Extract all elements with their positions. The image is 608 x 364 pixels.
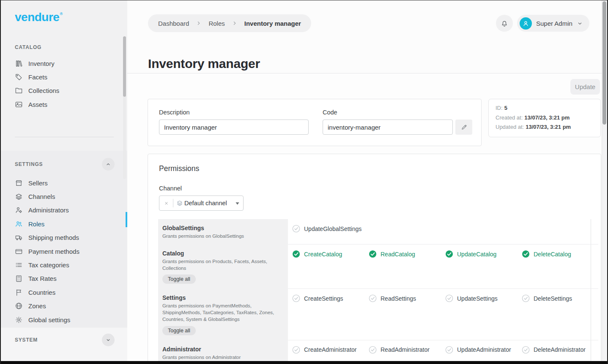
meta-row: Updated at:13/07/23, 3:21 pm [496, 124, 594, 130]
permission-label: DeleteCatalog [534, 251, 571, 258]
unchecked-checkbox-icon [292, 225, 300, 233]
sidebar-item-administrators[interactable]: Administrators [15, 204, 115, 217]
channel-value: Default channel [184, 200, 227, 206]
sidebar-item-tax-categories[interactable]: Tax categories [15, 258, 115, 272]
permission-label: DeleteAdministrator [534, 346, 586, 353]
sidebar-item-roles[interactable]: Roles [15, 217, 115, 231]
permission-label: ReadCatalog [381, 251, 415, 258]
permission-group-row: SettingsGrants permissions on PaymentMet… [158, 289, 591, 340]
app-window: vendure® CATALOG InventoryFacetsCollecti… [0, 0, 608, 364]
sidebar-scrollbar-thumb[interactable] [123, 36, 126, 97]
permission-group-row: CatalogGrants permissions on Products, F… [158, 244, 591, 289]
permission-group-row: AdministratorGrants permissions on Admin… [158, 340, 591, 364]
permission-group-permissions: CreateAdministratorReadAdministratorUpda… [288, 340, 598, 364]
facets-icon [15, 73, 23, 81]
toggle-all-button[interactable]: Toggle all [162, 326, 196, 335]
toggle-all-button[interactable]: Toggle all [162, 274, 196, 284]
permission-checkbox-CreateSettings[interactable]: CreateSettings [292, 294, 369, 302]
sidebar-item-label: Payment methods [28, 248, 79, 255]
sidebar-item-global-settings[interactable]: Global settings [15, 313, 115, 326]
permission-group-info: GlobalSettingsGrants permissions on Glob… [158, 219, 288, 244]
channel-select[interactable]: Default channel [159, 196, 244, 211]
sidebar-item-shipping-methods[interactable]: Shipping methods [15, 231, 115, 244]
breadcrumb-item-roles[interactable]: Roles [208, 20, 225, 27]
chevron-right-icon [231, 20, 238, 27]
notifications-button[interactable] [496, 15, 513, 32]
zones-icon [15, 302, 23, 310]
meta-label: Created at: [496, 114, 523, 121]
sidebar-item-inventory[interactable]: Inventory [15, 57, 115, 70]
permission-label: UpdateGlobalSettings [304, 225, 362, 232]
window-bottom-edge [1, 361, 607, 364]
permission-group-info: CatalogGrants permissions on Products, F… [158, 244, 288, 289]
user-menu[interactable]: Super Admin [517, 15, 589, 32]
permission-group-description: Grants permissions on GlobalSettings [162, 233, 280, 239]
sidebar-item-payment-methods[interactable]: Payment methods [15, 244, 115, 258]
sidebar-item-collections[interactable]: Collections [15, 84, 115, 98]
code-input[interactable] [323, 120, 453, 135]
sidebar-item-label: Sellers [28, 179, 48, 187]
sidebar-item-label: Tax categories [28, 261, 69, 269]
page-scrollbar[interactable] [602, 0, 607, 361]
permission-checkbox-UpdateCatalog[interactable]: UpdateCatalog [445, 250, 522, 258]
sidebar-item-countries[interactable]: Countries [15, 285, 115, 299]
permission-checkbox-ReadCatalog[interactable]: ReadCatalog [369, 250, 445, 258]
sidebar-item-assets[interactable]: Assets [15, 98, 115, 111]
chevron-right-icon [195, 20, 202, 27]
permission-checkbox-UpdateSettings[interactable]: UpdateSettings [445, 294, 522, 302]
permission-checkbox-DeleteAdministrator[interactable]: DeleteAdministrator [522, 346, 598, 354]
edit-code-button[interactable] [455, 120, 472, 135]
expand-system-button[interactable] [102, 334, 115, 346]
sidebar-item-label: Countries [28, 289, 55, 296]
section-label-settings: SETTINGS [15, 161, 43, 167]
sidebar-item-tax-rates[interactable]: Tax Rates [15, 272, 115, 285]
permission-group-name: GlobalSettings [162, 225, 280, 231]
permission-checkbox-UpdateGlobalSettings[interactable]: UpdateGlobalSettings [292, 225, 369, 233]
select-divider [173, 199, 173, 207]
description-input[interactable] [159, 120, 309, 135]
sidebar-item-label: Assets [28, 101, 47, 108]
permission-checkbox-DeleteCatalog[interactable]: DeleteCatalog [522, 250, 598, 258]
meta-row: Created at:13/07/23, 3:21 pm [496, 114, 594, 121]
section-label-system: SYSTEM [15, 337, 38, 343]
pencil-icon [460, 124, 468, 131]
countries-icon [15, 288, 23, 296]
sidebar-item-channels[interactable]: Channels [15, 190, 115, 203]
permission-group-permissions: CreateCatalogReadCatalogUpdateCatalogDel… [288, 244, 598, 289]
top-header: DashboardRolesInventory manager Super Ad… [127, 0, 607, 73]
checked-checkbox-icon [292, 250, 300, 258]
permission-checkbox-CreateAdministrator[interactable]: CreateAdministrator [292, 346, 369, 354]
meta-label: ID: [496, 105, 503, 111]
permission-label: UpdateCatalog [457, 251, 496, 258]
shipping-icon [15, 234, 23, 242]
checked-checkbox-icon [522, 250, 530, 258]
collapse-settings-button[interactable] [102, 158, 115, 171]
payment-icon [15, 247, 23, 255]
checked-checkbox-icon [369, 250, 377, 258]
permission-checkbox-CreateCatalog[interactable]: CreateCatalog [292, 250, 369, 258]
sidebar-divider [15, 137, 114, 137]
permission-checkbox-DeleteSettings[interactable]: DeleteSettings [522, 294, 598, 302]
unchecked-checkbox-icon [292, 294, 300, 302]
sidebar-item-label: Inventory [28, 60, 55, 67]
permission-group-description: Grants permissions on PaymentMethods, Sh… [162, 302, 280, 323]
page-scrollbar-thumb[interactable] [603, 1, 606, 125]
sidebar-item-label: Channels [28, 193, 55, 200]
permission-checkbox-ReadAdministrator[interactable]: ReadAdministrator [369, 346, 445, 354]
permission-checkbox-UpdateAdministrator[interactable]: UpdateAdministrator [445, 346, 522, 354]
permissions-title: Permissions [159, 164, 199, 173]
permission-checkbox-ReadSettings[interactable]: ReadSettings [369, 294, 445, 302]
remove-channel-button[interactable] [159, 201, 173, 206]
update-button[interactable]: Update [570, 79, 600, 95]
sidebar-item-sellers[interactable]: Sellers [15, 176, 115, 190]
meta-label: Updated at: [496, 124, 524, 130]
tax-rates-icon [15, 274, 23, 283]
permission-group-description: Grants permissions on Products, Facets, … [162, 258, 280, 272]
permission-label: ReadSettings [381, 295, 416, 302]
breadcrumb-item-dashboard[interactable]: Dashboard [158, 20, 189, 27]
sidebar-item-zones[interactable]: Zones [15, 299, 115, 313]
vendure-logo[interactable]: vendure® [15, 11, 62, 24]
sidebar-item-facets[interactable]: Facets [15, 70, 115, 84]
sidebar-scrollbar[interactable] [123, 36, 126, 179]
page-title: Inventory manager [148, 57, 260, 71]
